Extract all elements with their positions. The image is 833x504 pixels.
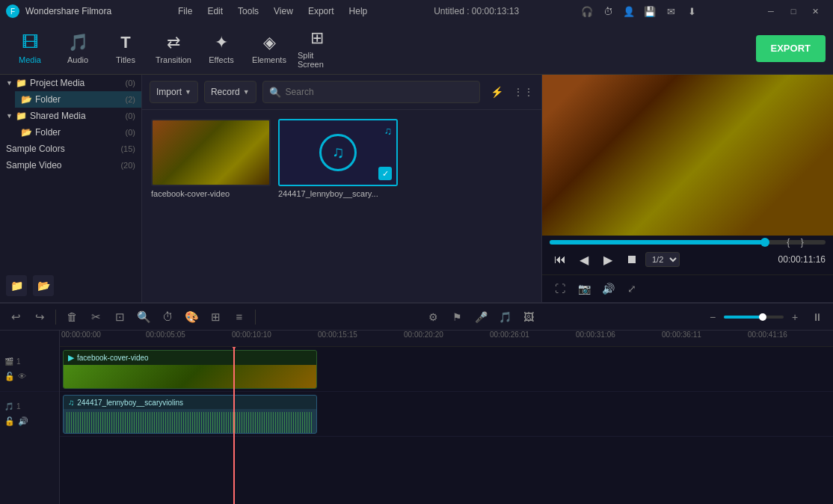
v1-lock-icon[interactable]: 🔓 (4, 372, 15, 381)
timeline-area: ↩ ↪ 🗑 ✂ ⊡ 🔍 ⏱ 🎨 ⊞ ≡ ⚙ ⚑ 🎤 🎵 🖼 − + ⏸ (0, 302, 833, 504)
filter-button[interactable]: ⚡ (486, 82, 507, 102)
search-input[interactable] (286, 87, 473, 97)
media-toolbar: Import ▼ Record ▼ 🔍 ⚡ ⋮⋮ (142, 75, 541, 110)
titlebar-left: F Wondershare Filmora (6, 4, 111, 18)
play-button[interactable]: ▶ (597, 249, 618, 270)
clip-name: facebook-cover-video (77, 354, 149, 362)
undo-button[interactable]: ↩ (6, 307, 25, 327)
sample-video-item[interactable]: Sample Video (20) (0, 157, 141, 173)
frame-back-button[interactable]: ◀ (574, 249, 594, 270)
folder-item[interactable]: 📂 Folder (2) (15, 91, 141, 108)
effects-label: Effects (209, 55, 233, 64)
toolbar-effects-button[interactable]: ✦ Effects (199, 26, 244, 71)
v1-eye-icon[interactable]: 👁 (18, 372, 26, 381)
crop-button[interactable]: ⊡ (110, 307, 129, 327)
a1-volume-icon[interactable]: 🔊 (18, 417, 28, 426)
progress-handle[interactable] (760, 238, 769, 247)
audio-label: Audio (67, 55, 88, 64)
cut-button[interactable]: ✂ (86, 307, 105, 327)
skip-back-button[interactable]: ⏮ (550, 249, 571, 270)
progress-bar-container[interactable]: { } (550, 240, 826, 245)
user-icon[interactable]: 👤 (621, 4, 636, 19)
sticker-button[interactable]: 🖼 (519, 307, 538, 327)
video-clip[interactable]: ▶ facebook-cover-video (63, 350, 317, 389)
app-logo: F (6, 4, 19, 18)
audio-clip[interactable]: ♫ 244417_lennyboy__scaryviolins (63, 395, 317, 434)
transition-icon: ⇄ (167, 33, 180, 52)
menu-tools[interactable]: Tools (232, 4, 265, 18)
media-item-audio[interactable]: ♫ ♫ ✓ 244417_lennyboy__scary... (278, 119, 398, 198)
fullscreen-button[interactable]: ⛶ (550, 278, 571, 299)
maximize-button[interactable]: □ (782, 4, 805, 19)
project-media-children: 📂 Folder (2) (0, 91, 141, 108)
project-media-section[interactable]: ▼ 📁 Project Media (0) (0, 75, 141, 91)
zoom-in-media-button[interactable]: 🔍 (134, 307, 153, 327)
media-item-video[interactable]: facebook-cover-video (151, 119, 271, 198)
menu-edit[interactable]: Edit (201, 4, 229, 18)
menu-export[interactable]: Export (302, 4, 340, 18)
pip-button[interactable]: ⤢ (621, 278, 642, 299)
markers-button[interactable]: ⚑ (447, 307, 467, 327)
sample-video-count: (20) (120, 161, 135, 170)
close-button[interactable]: ✕ (805, 4, 827, 19)
audio-waveform-container (64, 409, 316, 434)
v1-track-header: 🎬 1 🔓 👁 (0, 347, 59, 392)
menu-view[interactable]: View (268, 4, 299, 18)
color-correction-button[interactable]: 🎨 (182, 307, 201, 327)
snapshot-button[interactable]: 📷 (574, 278, 594, 299)
export-button[interactable]: EXPORT (756, 35, 826, 62)
adjust-button[interactable]: ≡ (230, 307, 249, 327)
save-icon[interactable]: 💾 (642, 4, 657, 19)
toolbar-divider-2 (255, 310, 256, 325)
record-arrow: ▼ (243, 88, 250, 96)
ruler-mark-2: 00:00:10:10 (232, 331, 271, 339)
media-label: Media (19, 55, 41, 64)
fit-button[interactable]: ⊞ (206, 307, 225, 327)
elements-icon: ◈ (263, 33, 276, 52)
import-dropdown[interactable]: Import ▼ (150, 81, 198, 103)
folder-label: Folder (35, 94, 123, 105)
new-folder-button[interactable]: 📂 (33, 275, 54, 296)
sample-colors-item[interactable]: Sample Colors (15) (0, 141, 141, 157)
audio-button[interactable]: 🎵 (495, 307, 514, 327)
shared-media-section[interactable]: ▼ 📁 Shared Media (0) (0, 108, 141, 124)
zoom-handle[interactable] (759, 313, 766, 321)
menu-file[interactable]: File (172, 4, 198, 18)
search-icon: 🔍 (269, 87, 281, 98)
voiceover-button[interactable]: 🎤 (471, 307, 491, 327)
clip-icon: ▶ (68, 353, 74, 363)
toolbar-titles-button[interactable]: T Titles (103, 26, 148, 71)
toolbar-audio-button[interactable]: 🎵 Audio (55, 26, 100, 71)
stop-button[interactable]: ⏹ (621, 249, 642, 270)
menu-help[interactable]: Help (343, 4, 374, 18)
toolbar-media-button[interactable]: 🎞 Media (7, 26, 52, 71)
new-bin-button[interactable]: 📁 (6, 275, 27, 296)
mail-icon[interactable]: ✉ (663, 4, 678, 19)
redo-button[interactable]: ↪ (30, 307, 49, 327)
zoom-out-button[interactable]: − (704, 309, 721, 325)
delete-button[interactable]: 🗑 (62, 307, 82, 327)
download-icon[interactable]: ⬇ (684, 4, 699, 19)
search-box[interactable]: 🔍 (262, 81, 480, 103)
titles-icon: T (120, 33, 130, 52)
volume-button[interactable]: 🔊 (597, 278, 618, 299)
toolbar-splitscreen-button[interactable]: ⊞ Split Screen (295, 26, 339, 71)
settings-button[interactable]: ⚙ (423, 307, 443, 327)
layout-button[interactable]: ⋮⋮ (513, 82, 534, 102)
zoom-in-button[interactable]: + (787, 309, 803, 325)
zoom-slider[interactable] (724, 316, 784, 319)
ruler-mark-5: 00:00:26:01 (490, 331, 529, 339)
a1-track-lane: ♫ 244417_lennyboy__scaryviolins (60, 392, 833, 437)
titlebar-menu: File Edit Tools View Export Help (172, 4, 373, 18)
toolbar-elements-button[interactable]: ◈ Elements (247, 26, 292, 71)
headphone-icon[interactable]: 🎧 (580, 4, 594, 19)
toolbar-transition-button[interactable]: ⇄ Transition (151, 26, 196, 71)
speed-selector[interactable]: 1/2 1 2 (645, 252, 680, 267)
minimize-button[interactable]: ─ (760, 4, 782, 19)
timer-icon[interactable]: ⏱ (600, 4, 615, 19)
record-dropdown[interactable]: Record ▼ (204, 81, 256, 103)
a1-lock-icon[interactable]: 🔓 (4, 417, 15, 426)
shared-folder-item[interactable]: 📂 Folder (0) (15, 124, 141, 141)
pause-all-button[interactable]: ⏸ (808, 307, 827, 327)
speed-button[interactable]: ⏱ (158, 307, 177, 327)
